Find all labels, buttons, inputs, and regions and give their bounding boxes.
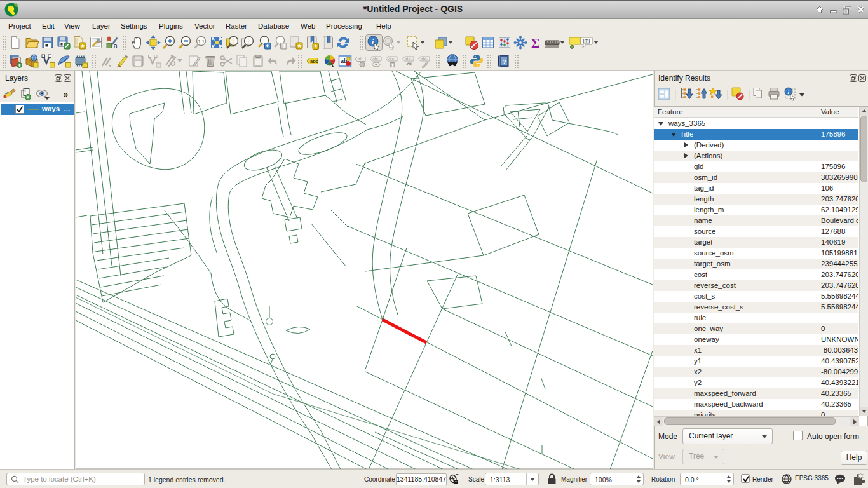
svg-text:abc: abc <box>372 57 379 61</box>
svg-text:Σ: Σ <box>531 36 540 50</box>
svg-text:ab: ab <box>358 57 363 61</box>
svg-text:1:1: 1:1 <box>198 39 205 44</box>
svg-text:abc: abc <box>405 57 412 61</box>
svg-text:?: ? <box>503 58 506 65</box>
svg-text:abc: abc <box>388 57 395 61</box>
svg-text:T: T <box>585 38 588 44</box>
svg-text:a: a <box>114 43 118 50</box>
svg-text:abc: abc <box>421 57 428 61</box>
svg-text:abc: abc <box>310 58 318 64</box>
svg-text:»: » <box>64 90 68 99</box>
